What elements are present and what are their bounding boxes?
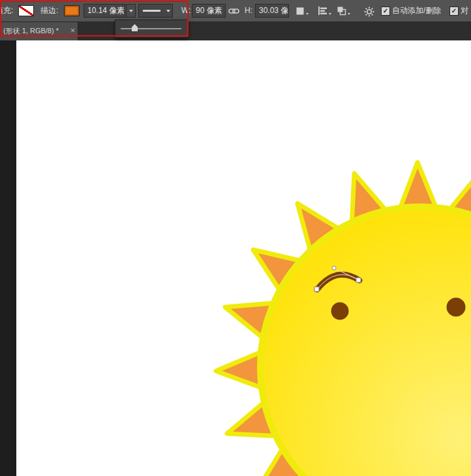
chevron-down-icon xyxy=(129,10,133,12)
auto-add-delete-label: 自动添加/删除 xyxy=(392,0,441,22)
tab-bar: (形状 1, RGB/8) * × xyxy=(0,22,471,40)
align-bars-icon xyxy=(318,6,327,16)
align-edges-label: 对 xyxy=(461,0,468,22)
chevron-down-icon xyxy=(166,10,170,12)
stroke-width-dropdown-button[interactable] xyxy=(126,4,136,18)
chevron-down-icon xyxy=(348,13,350,15)
sun-right-eye xyxy=(447,298,466,317)
pen-handle-dot[interactable] xyxy=(332,266,336,270)
pen-anchor-left[interactable] xyxy=(314,287,319,291)
link-dimensions-button[interactable] xyxy=(228,5,239,17)
slider-track[interactable] xyxy=(121,28,181,29)
sun-disk xyxy=(260,207,471,476)
slider-thumb[interactable] xyxy=(132,24,138,31)
h-label: H: xyxy=(245,0,252,22)
pen-anchor-right[interactable] xyxy=(356,278,361,282)
path-arrangement-button[interactable] xyxy=(337,5,350,17)
stroke-swatch[interactable] xyxy=(64,5,80,16)
document-tab-label: (形状 1, RGB/8) * xyxy=(3,27,59,35)
gear-icon xyxy=(364,7,374,17)
canvas[interactable] xyxy=(16,40,471,476)
path-operations-button[interactable] xyxy=(296,5,309,17)
stacked-layers-icon xyxy=(337,6,346,16)
auto-add-delete-checkbox[interactable]: ✓ xyxy=(381,7,390,16)
options-bar: 填充: 描边: 10.14 像素 W: 90 像素 H: 30.03 像 xyxy=(0,0,471,22)
chevron-down-icon xyxy=(329,13,331,15)
stroke-width-slider-popup xyxy=(115,20,189,38)
sun-drawing xyxy=(16,40,471,476)
align-edges-checkbox[interactable]: ✓ xyxy=(449,7,459,16)
square-icon xyxy=(296,7,305,16)
link-icon xyxy=(228,6,239,16)
stroke-width-field[interactable]: 10.14 像素 xyxy=(84,4,125,18)
document-tab[interactable]: (形状 1, RGB/8) * × xyxy=(0,22,78,40)
sun-left-eye xyxy=(331,303,349,320)
path-alignment-button[interactable] xyxy=(318,5,331,17)
fill-swatch[interactable] xyxy=(18,5,34,16)
h-field[interactable]: 30.03 像 xyxy=(255,4,289,18)
stroke-label: 描边: xyxy=(40,0,58,22)
solid-line-icon xyxy=(143,10,160,12)
tools-panel-edge xyxy=(0,40,16,476)
geometry-options-button[interactable] xyxy=(364,5,374,18)
chevron-down-icon xyxy=(306,13,309,15)
check-icon: ✓ xyxy=(451,7,457,14)
w-label: W: xyxy=(181,0,190,22)
check-icon: ✓ xyxy=(383,7,388,14)
stroke-style-dropdown[interactable] xyxy=(138,4,173,18)
close-icon[interactable]: × xyxy=(70,22,75,40)
fill-label: 填充: xyxy=(0,0,13,22)
w-field[interactable]: 90 像素 xyxy=(192,4,226,18)
